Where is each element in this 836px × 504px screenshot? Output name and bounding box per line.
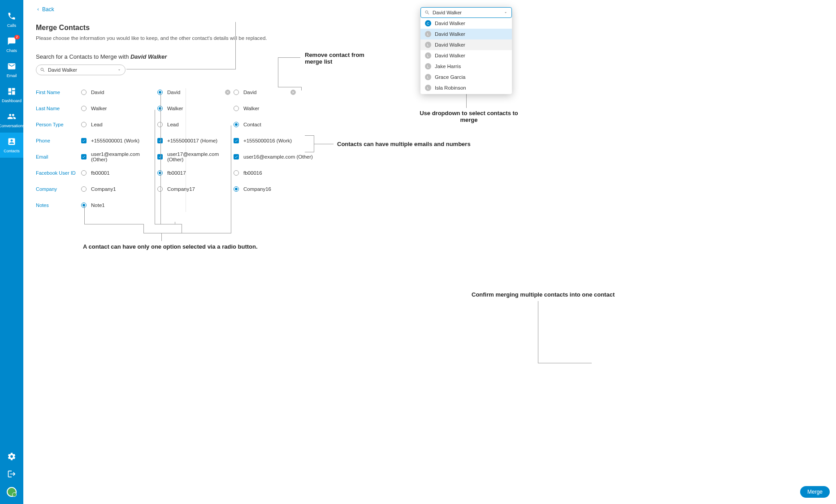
radio[interactable] [81,170,87,176]
sidebar-label: Conversations [0,124,25,128]
checkbox[interactable] [157,154,163,159]
dropdown-item[interactable]: CDavid Walker [420,18,512,29]
annotation-confirm: Confirm merging multiple contacts into o… [472,291,615,298]
radio[interactable] [157,106,163,111]
field-label: Last Name [36,106,81,111]
dropdown-item[interactable]: LIsla Robinson [420,82,512,93]
sidebar-label: Calls [7,23,16,28]
radio[interactable] [81,106,87,111]
radio[interactable] [81,186,87,192]
sidebar-item-contacts[interactable]: Contacts [0,133,23,158]
chevron-down-icon [117,68,121,72]
dashboard-icon [7,87,16,97]
annotation-dropdown: Use dropdown to select contacts to merge [411,110,527,123]
sidebar-item-dashboard[interactable]: Dashboard [0,82,23,108]
merge-button[interactable]: Merge [800,486,830,498]
radio[interactable] [157,90,163,95]
search-icon [40,67,45,73]
search-value: David Walker [48,67,117,73]
badge: 2 [14,35,20,39]
radio[interactable] [81,90,87,95]
checkbox[interactable] [81,138,87,143]
conversations-icon [7,112,16,122]
remove-contact-icon[interactable] [225,89,231,95]
field-label: Person Type [36,122,81,127]
annotation-multi: Contacts can have multiple emails and nu… [337,141,471,147]
avatar[interactable] [7,487,17,497]
contact-type-icon: L [425,63,431,69]
field-label: Facebook User ID [36,170,81,176]
field-label: Phone [36,138,81,143]
dropdown-item[interactable]: LDavid Walker [420,39,512,50]
contact-dropdown: David Walker CDavid Walker LDavid Walker… [420,7,512,94]
sidebar-item-calls[interactable]: Calls [0,7,23,32]
sidebar-bottom [0,452,23,504]
checkbox[interactable] [234,154,239,159]
sidebar-label: Contacts [4,149,20,153]
checkbox[interactable] [81,154,87,159]
field-label: Notes [36,202,81,208]
contact-type-icon: L [425,31,431,37]
contact-type-icon: L [425,42,431,48]
contact-type-icon: L [425,85,431,91]
radio[interactable] [157,122,163,127]
contacts-icon [7,137,16,147]
sidebar-label: Email [7,73,17,78]
remove-contact-icon[interactable] [290,89,296,95]
field-label: Email [36,154,81,159]
field-label: First Name [36,90,81,95]
radio[interactable] [234,122,239,127]
annotation-remove: Remove contact from merge list [305,52,368,65]
sidebar-item-email[interactable]: Email [0,57,23,82]
radio[interactable] [157,170,163,176]
gear-icon[interactable] [7,452,16,462]
email-icon [7,62,16,72]
sidebar-label: Chats [6,48,17,53]
sidebar-item-chats[interactable]: 2 Chats [0,32,23,57]
phone-icon [7,12,16,22]
radio[interactable] [157,186,163,192]
radio[interactable] [234,90,239,95]
dropdown-search-input[interactable]: David Walker [420,7,512,18]
annotation-radio: A contact can have only one option selec… [83,243,258,250]
dropdown-item[interactable]: LDavid Walker [420,50,512,61]
logout-icon[interactable] [7,470,16,480]
dropdown-item[interactable]: LJake Harris [420,61,512,72]
chevron-left-icon [36,7,40,12]
cell: David [234,90,323,95]
radio[interactable] [234,186,239,192]
contact-type-icon: C [425,20,431,26]
cell: David [81,90,157,95]
dropdown-search-value: David Walker [433,10,503,15]
sidebar-label: Dashboard [2,99,22,103]
chevron-down-icon [503,10,508,15]
search-input[interactable]: David Walker [36,65,126,75]
contact-type-icon: L [425,52,431,59]
sidebar: Calls 2 Chats Email Dashboard Conversati… [0,0,23,504]
dropdown-item[interactable]: LDavid Walker [420,29,512,39]
back-label: Back [42,6,54,13]
radio[interactable] [234,170,239,176]
dropdown-item[interactable]: LGrace Garcia [420,72,512,82]
checkbox[interactable] [234,138,239,143]
cell: David [157,90,234,95]
sidebar-item-conversations[interactable]: Conversations [0,108,23,133]
radio[interactable] [234,106,239,111]
contact-type-icon: L [425,74,431,80]
checkbox[interactable] [157,138,163,143]
back-link[interactable]: Back [36,6,54,13]
radio[interactable] [81,122,87,127]
field-label: Company [36,186,81,192]
radio[interactable] [81,202,87,208]
search-icon [424,10,430,15]
